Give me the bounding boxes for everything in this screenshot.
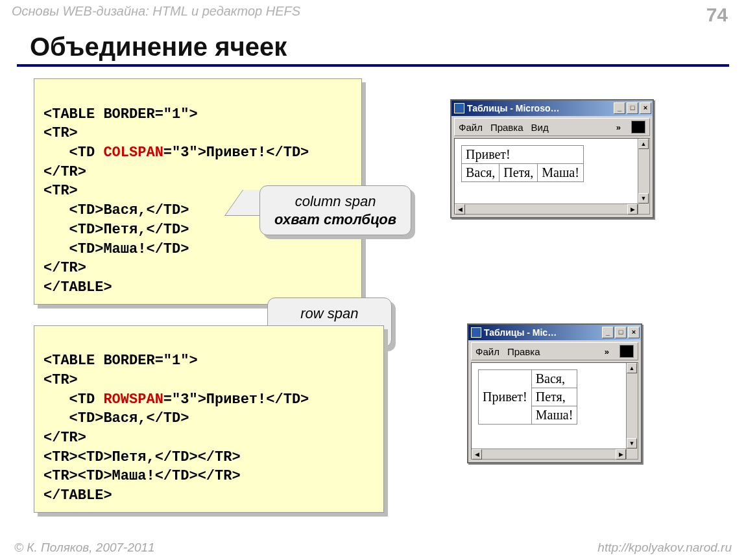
page-number: 74	[706, 4, 728, 26]
menu-edit[interactable]: Правка	[490, 122, 523, 133]
table-cell: Петя,	[499, 164, 538, 182]
maximize-button[interactable]: □	[627, 102, 638, 114]
scroll-down-icon[interactable]: ▼	[638, 193, 649, 204]
table-cell: Петя,	[531, 388, 577, 406]
callout-line: row span	[282, 305, 377, 323]
app-icon	[471, 327, 481, 338]
ie-throbber-icon	[631, 121, 645, 134]
scroll-down-icon[interactable]: ▼	[627, 438, 637, 449]
footer: © К. Поляков, 2007-2011 http://kpolyakov…	[14, 541, 732, 555]
menu-file[interactable]: Файл	[475, 346, 499, 357]
copyright: © К. Поляков, 2007-2011	[14, 541, 155, 555]
rendered-table-colspan: Привет! Вася, Петя, Маша!	[461, 145, 584, 182]
table-cell: Вася,	[531, 370, 577, 388]
minimize-button[interactable]: _	[614, 102, 625, 114]
browser-window-colspan: Таблицы - Microso… _ □ × Файл Правка Вид…	[450, 99, 654, 218]
window-menubar: Файл Правка »	[471, 342, 638, 360]
table-cell: Маша!	[538, 164, 584, 182]
table-cell: Привет!	[479, 370, 532, 425]
window-titlebar: Таблицы - Mic… _ □ ×	[468, 325, 641, 340]
horizontal-scrollbar[interactable]: ◀ ▶	[472, 449, 626, 459]
horizontal-rule	[17, 64, 729, 67]
maximize-button[interactable]: □	[615, 327, 627, 338]
course-title: Основы WEB-дизайна: HTML и редактор HEFS	[12, 4, 300, 19]
close-button[interactable]: ×	[628, 327, 640, 338]
table-cell: Вася,	[462, 164, 499, 182]
rendered-table-rowspan: Привет! Вася, Петя, Маша!	[478, 369, 577, 425]
scroll-left-icon[interactable]: ◀	[472, 449, 482, 460]
menu-edit[interactable]: Правка	[507, 346, 540, 357]
header: Основы WEB-дизайна: HTML и редактор HEFS…	[0, 0, 746, 26]
window-title-text: Таблицы - Microso…	[467, 103, 612, 113]
menu-more-icon[interactable]: »	[616, 122, 621, 132]
browser-window-rowspan: Таблицы - Mic… _ □ × Файл Правка » Приве…	[467, 323, 642, 463]
callout-line: column span	[274, 192, 396, 211]
window-title-text: Таблицы - Mic…	[484, 327, 601, 338]
scroll-right-icon[interactable]: ▶	[616, 449, 626, 460]
window-menubar: Файл Правка Вид »	[454, 118, 650, 136]
content-area: <TABLE BORDER="1"> <TR> <TD COLSPAN="3">…	[0, 78, 746, 513]
minimize-button[interactable]: _	[602, 327, 614, 338]
window-body: Привет! Вася, Петя, Маша! ▲ ▼ ◀ ▶	[471, 362, 638, 460]
scroll-right-icon[interactable]: ▶	[627, 204, 638, 215]
vertical-scrollbar[interactable]: ▲ ▼	[626, 363, 638, 459]
close-button[interactable]: ×	[640, 102, 651, 114]
page-title: Объединение ячеек	[30, 32, 746, 62]
scroll-left-icon[interactable]: ◀	[455, 204, 465, 215]
horizontal-scrollbar[interactable]: ◀ ▶	[455, 204, 638, 214]
window-body: Привет! Вася, Петя, Маша! ▲ ▼ ◀ ▶	[454, 138, 650, 215]
ie-throbber-icon	[620, 345, 634, 358]
callout-column-span: column span охват столбцов	[259, 185, 411, 235]
table-cell: Привет!	[462, 146, 584, 164]
menu-file[interactable]: Файл	[459, 122, 483, 133]
scroll-up-icon[interactable]: ▲	[638, 139, 649, 149]
menu-view[interactable]: Вид	[531, 122, 549, 133]
app-icon	[454, 103, 464, 113]
callout-line-bold: охват столбцов	[274, 211, 396, 229]
code-box-rowspan: <TABLE BORDER="1"> <TR> <TD ROWSPAN="3">…	[34, 325, 384, 513]
window-titlebar: Таблицы - Microso… _ □ ×	[451, 100, 653, 116]
table-cell: Маша!	[531, 406, 577, 425]
footer-url: http://kpolyakov.narod.ru	[597, 541, 732, 555]
scroll-up-icon[interactable]: ▲	[627, 363, 637, 373]
vertical-scrollbar[interactable]: ▲ ▼	[638, 139, 649, 214]
menu-more-icon[interactable]: »	[605, 347, 609, 356]
